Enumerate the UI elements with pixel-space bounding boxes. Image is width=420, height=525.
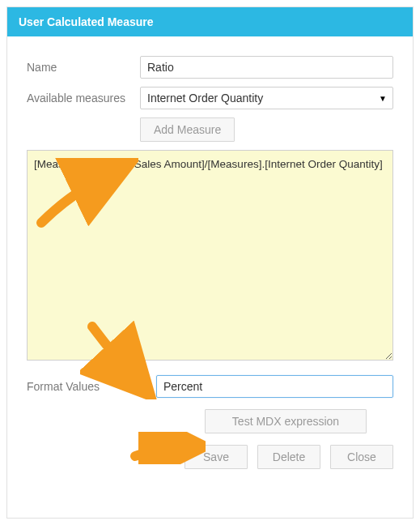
available-measures-select[interactable]	[140, 87, 393, 109]
delete-button[interactable]: Delete	[257, 445, 320, 469]
row-add-measure: Add Measure	[140, 117, 393, 142]
test-mdx-expression-button[interactable]: Test MDX expression	[205, 409, 367, 433]
available-measures-select-wrap: ▼	[140, 87, 393, 109]
add-measure-button[interactable]: Add Measure	[140, 117, 235, 142]
user-calculated-measure-dialog: User Calculated Measure Name Available m…	[6, 6, 414, 519]
format-values-input[interactable]	[156, 375, 393, 398]
name-label: Name	[27, 61, 140, 74]
row-format-values: Format Values	[27, 375, 393, 398]
mdx-expression-textarea[interactable]: [Measures].[Internet Sales Amount]/[Meas…	[27, 150, 393, 361]
available-measures-label: Available measures	[27, 92, 140, 105]
close-button[interactable]: Close	[330, 445, 393, 469]
row-available-measures: Available measures ▼	[27, 87, 393, 109]
row-test-expression: Test MDX expression	[205, 409, 393, 433]
name-input[interactable]	[140, 56, 393, 79]
dialog-title: User Calculated Measure	[7, 7, 413, 36]
dialog-body: Name Available measures ▼ Add Measure [M…	[7, 36, 413, 482]
save-button[interactable]: Save	[185, 445, 248, 469]
format-values-label: Format Values	[27, 380, 156, 393]
row-name: Name	[27, 56, 393, 79]
dialog-actions: Save Delete Close	[27, 445, 393, 469]
